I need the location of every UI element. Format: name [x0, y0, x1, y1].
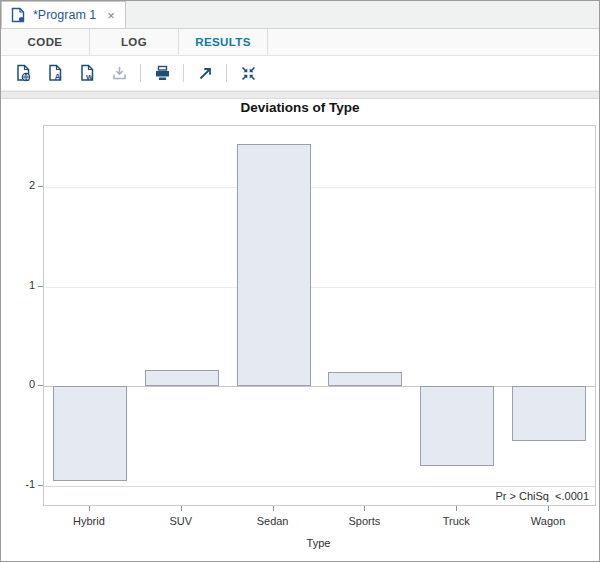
x-tick-sports — [364, 506, 365, 511]
y-tick-1 — [38, 286, 43, 287]
x-tick-label-truck: Truck — [411, 515, 501, 527]
download-html-icon — [14, 64, 33, 83]
x-axis-label: Type — [43, 537, 594, 549]
open-new-tab-icon — [196, 64, 215, 83]
gridline-y--1 — [44, 486, 595, 487]
splitter-bar[interactable] — [1, 91, 599, 99]
download-html-button[interactable] — [9, 60, 37, 86]
bar-hybrid — [53, 386, 127, 481]
print-icon — [153, 64, 172, 83]
sas-studio-window: *Program 1 × CODE LOG RESULTS — [0, 0, 600, 562]
toolbar-separator — [183, 64, 184, 82]
x-tick-truck — [456, 506, 457, 511]
results-toolbar: A W — [1, 56, 599, 91]
bar-sports — [328, 372, 402, 386]
y-tick-2 — [38, 186, 43, 187]
toolbar-separator — [140, 64, 141, 82]
tab-program-1[interactable]: *Program 1 × — [1, 1, 126, 28]
collapse-button[interactable] — [234, 60, 262, 86]
svg-text:W: W — [85, 72, 93, 81]
close-icon[interactable]: × — [107, 9, 115, 22]
bar-suv — [145, 370, 219, 386]
tab-log-label: LOG — [121, 36, 147, 48]
toolbar-separator — [226, 64, 227, 82]
download-rtf-icon: W — [78, 64, 97, 83]
tab-code-label: CODE — [28, 36, 63, 48]
tab-results[interactable]: RESULTS — [179, 29, 268, 55]
bar-wagon — [512, 386, 586, 441]
y-tick-label--1: -1 — [1, 478, 35, 490]
x-tick-sedan — [273, 506, 274, 511]
x-tick-label-hybrid: Hybrid — [44, 515, 134, 527]
x-tick-label-sports: Sports — [319, 515, 409, 527]
x-tick-suv — [181, 506, 182, 511]
print-button[interactable] — [148, 60, 176, 86]
collapse-icon — [239, 64, 258, 83]
chart-title: Deviations of Type — [1, 100, 599, 115]
gridline-y-2 — [44, 187, 595, 188]
download-rtf-button[interactable]: W — [73, 60, 101, 86]
bar-sedan — [237, 144, 311, 386]
program-tab-bar: *Program 1 × — [1, 1, 599, 29]
x-tick-hybrid — [89, 506, 90, 511]
y-tick-label-2: 2 — [1, 179, 35, 191]
y-tick-label-1: 1 — [1, 279, 35, 291]
plot-area: Pr > ChiSq <.0001 — [43, 125, 596, 506]
y-tick-0 — [38, 385, 43, 386]
tab-log[interactable]: LOG — [90, 29, 179, 55]
download-button[interactable] — [105, 60, 133, 86]
open-new-tab-button[interactable] — [191, 60, 219, 86]
x-tick-label-suv: SUV — [136, 515, 226, 527]
download-pdf-icon: A — [46, 64, 65, 83]
y-tick-label-0: 0 — [1, 378, 35, 390]
x-tick-wagon — [548, 506, 549, 511]
bar-truck — [420, 386, 494, 466]
tab-results-label: RESULTS — [195, 36, 251, 48]
y-tick--1 — [38, 485, 43, 486]
svg-text:A: A — [54, 71, 60, 81]
x-tick-label-wagon: Wagon — [503, 515, 593, 527]
download-icon — [110, 64, 129, 83]
probability-annotation: Pr > ChiSq <.0001 — [495, 490, 589, 502]
view-tabs: CODE LOG RESULTS — [1, 29, 599, 56]
program-icon — [10, 7, 26, 23]
download-pdf-button[interactable]: A — [41, 60, 69, 86]
program-tab-label: *Program 1 — [33, 8, 96, 22]
gridline-y-1 — [44, 287, 595, 288]
tab-code[interactable]: CODE — [1, 29, 90, 55]
x-tick-label-sedan: Sedan — [228, 515, 318, 527]
